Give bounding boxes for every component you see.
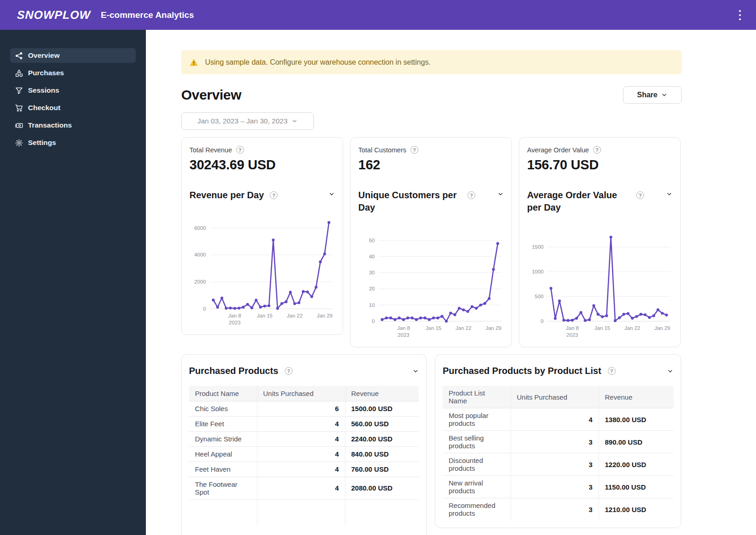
kebab-menu-icon[interactable] <box>734 7 746 23</box>
date-range-label: Jan 03, 2023 – Jan 30, 2023 <box>197 117 288 125</box>
table-row: New arrival products31150.00 USD <box>443 476 673 498</box>
help-icon[interactable]: ? <box>636 191 644 199</box>
cell-units: 4 <box>257 446 345 462</box>
cell-revenue: 2240.00 USD <box>345 431 419 446</box>
help-icon[interactable]: ? <box>467 191 475 199</box>
line-chart: 0200040006000Jan 82023Jan 15Jan 22Jan 29 <box>189 213 335 331</box>
cell-revenue: 1380.00 USD <box>599 408 673 431</box>
svg-text:Jan 15: Jan 15 <box>426 325 442 331</box>
svg-text:0: 0 <box>541 318 544 324</box>
purchases-icon <box>15 69 23 77</box>
table-row: Best selling products3890.00 USD <box>443 431 673 453</box>
metric-card: Total Customers?162Unique Customers per … <box>350 137 512 347</box>
sidebar-item-label: Overview <box>28 51 60 60</box>
cell-units: 4 <box>511 408 599 431</box>
svg-text:Jan 22: Jan 22 <box>456 325 472 331</box>
table-row: Dynamic Stride42240.00 USD <box>189 431 419 446</box>
table-row: Most popular products41380.00 USD <box>443 408 673 431</box>
overview-icon <box>15 52 23 60</box>
help-icon[interactable]: ? <box>285 367 293 375</box>
svg-text:Jan 22: Jan 22 <box>287 313 303 318</box>
cell-name: Discounted products <box>443 453 511 476</box>
cell-name: New arrival products <box>443 476 511 498</box>
collapse-chevron-icon[interactable] <box>412 368 419 374</box>
app-header: SNOWPLOW E-commerce Analytics <box>0 0 756 30</box>
help-icon[interactable]: ? <box>236 146 244 154</box>
cell-units: 6 <box>257 401 345 416</box>
chart-title: Revenue per Day <box>189 189 264 201</box>
table-row: Recommended products31210.00 USD <box>443 498 673 521</box>
sidebar-item-label: Checkout <box>28 104 61 112</box>
share-button[interactable]: Share <box>623 86 682 104</box>
metric-card: Average Order Value?156.70 USDAverage Or… <box>519 137 681 347</box>
chart-title: Unique Customers per Day <box>358 189 461 214</box>
collapse-chevron-icon[interactable] <box>667 368 673 374</box>
column-header: Revenue <box>599 386 673 408</box>
cell-units: 3 <box>511 476 599 498</box>
sidebar-item-purchases[interactable]: Purchases <box>10 66 136 80</box>
sample-data-banner: Using sample data. Configure your wareho… <box>181 50 682 74</box>
metric-value: 30243.69 USD <box>189 157 335 173</box>
cell-name: Heel Appeal <box>189 446 257 462</box>
metric-label: Average Order Value <box>527 146 589 154</box>
data-table: Product List NameUnits PurchasedRevenueM… <box>443 386 673 520</box>
svg-text:40: 40 <box>369 254 375 259</box>
help-icon[interactable]: ? <box>593 146 601 154</box>
checkout-icon <box>15 104 23 112</box>
cell-name: Feet Haven <box>189 462 257 477</box>
cell-name: Elite Feet <box>189 416 257 431</box>
line-chart: 050010001500Jan 82023Jan 15Jan 22Jan 29 <box>527 226 673 343</box>
date-range-picker[interactable]: Jan 03, 2023 – Jan 30, 2023 <box>181 112 314 130</box>
table-row: Elite Feet4560.00 USD <box>189 416 419 431</box>
table-card: Purchased Products?Product NameUnits Pur… <box>181 354 427 535</box>
metric-label: Total Customers <box>358 146 406 154</box>
svg-text:1000: 1000 <box>532 269 544 274</box>
sidebar-item-transactions[interactable]: Transactions <box>10 118 136 133</box>
page-title: Overview <box>181 87 241 103</box>
svg-text:30: 30 <box>369 270 375 275</box>
cell-units: 4 <box>257 416 345 431</box>
svg-text:0: 0 <box>203 306 206 312</box>
main-content: Using sample data. Configure your wareho… <box>146 30 756 535</box>
cell-units: 3 <box>511 431 599 453</box>
cell-revenue: 1210.00 USD <box>599 498 673 521</box>
chevron-down-icon <box>291 118 298 124</box>
help-icon[interactable]: ? <box>411 146 418 154</box>
svg-text:Jan 29: Jan 29 <box>654 325 670 331</box>
svg-text:Jan 8: Jan 8 <box>228 313 241 318</box>
cell-name: Best selling products <box>443 431 511 453</box>
svg-text:Jan 22: Jan 22 <box>624 325 640 331</box>
svg-text:2023: 2023 <box>229 320 241 325</box>
sessions-icon <box>15 87 23 95</box>
table-title: Purchased Products <box>189 366 278 376</box>
cell-revenue: 560.00 USD <box>345 416 419 431</box>
svg-text:Jan 15: Jan 15 <box>257 313 273 318</box>
sidebar-item-sessions[interactable]: Sessions <box>10 83 136 98</box>
sidebar: OverviewPurchasesSessionsCheckoutTransac… <box>0 30 146 535</box>
help-icon[interactable]: ? <box>270 191 278 199</box>
cell-name: The Footwear Spot <box>189 477 257 499</box>
metric-card: Total Revenue?30243.69 USDRevenue per Da… <box>181 137 343 335</box>
line-chart: 01020304050Jan 82023Jan 15Jan 22Jan 29 <box>358 226 504 343</box>
table-row: Feet Haven4760.00 USD <box>189 462 419 477</box>
chevron-down-icon <box>661 92 667 98</box>
svg-text:Jan 29: Jan 29 <box>317 313 333 318</box>
column-header: Units Purchased <box>511 386 599 408</box>
help-icon[interactable]: ? <box>608 367 616 375</box>
svg-text:Jan 29: Jan 29 <box>485 325 501 331</box>
svg-text:2000: 2000 <box>194 279 206 284</box>
sidebar-item-settings[interactable]: Settings <box>10 135 136 150</box>
chart-title: Average Order Value per Day <box>527 189 630 214</box>
snowplow-logo: SNOWPLOW <box>17 8 91 22</box>
metric-cards-row: Total Revenue?30243.69 USDRevenue per Da… <box>181 137 682 347</box>
collapse-chevron-icon[interactable] <box>497 191 504 197</box>
column-header: Units Purchased <box>257 386 345 401</box>
share-label: Share <box>637 91 657 99</box>
table-title: Purchased Products by Product List <box>443 366 601 376</box>
column-header: Product List Name <box>443 386 511 408</box>
sidebar-item-overview[interactable]: Overview <box>10 48 136 63</box>
sidebar-item-checkout[interactable]: Checkout <box>10 100 136 115</box>
cell-name: Recommended products <box>443 498 511 521</box>
collapse-chevron-icon[interactable] <box>328 191 335 197</box>
collapse-chevron-icon[interactable] <box>666 191 673 197</box>
